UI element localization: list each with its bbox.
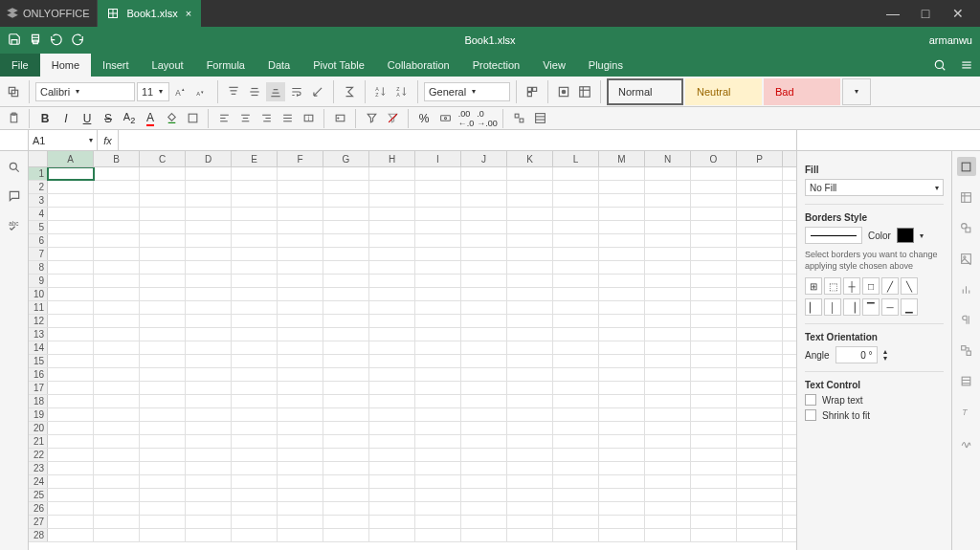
cell[interactable] [278,208,323,220]
align-bottom-icon[interactable] [266,82,285,101]
cell[interactable] [278,422,323,434]
cell[interactable] [691,529,737,541]
cell[interactable] [599,167,645,180]
cell[interactable] [737,408,783,421]
cell[interactable] [461,408,507,421]
cell[interactable] [278,248,323,260]
cell[interactable] [507,449,553,461]
cell[interactable] [461,315,507,327]
cell[interactable] [48,275,94,287]
cell[interactable] [140,516,186,528]
cell[interactable] [737,328,783,341]
cell[interactable] [645,181,691,193]
align-middle-icon[interactable] [245,82,264,101]
cell[interactable] [278,355,323,367]
cell[interactable] [415,328,461,341]
cell[interactable] [140,248,186,260]
cell[interactable] [140,167,186,180]
cell[interactable] [553,288,599,300]
cell[interactable] [553,408,599,421]
cell[interactable] [461,382,507,394]
cell[interactable] [737,275,783,287]
cell[interactable] [369,194,415,207]
cell[interactable] [507,234,553,247]
cell[interactable] [94,167,140,180]
cell[interactable] [186,275,232,287]
merge-cells-icon[interactable] [299,109,318,128]
cell-settings-icon[interactable] [957,157,976,176]
row-header[interactable]: 23 [29,462,48,474]
cell[interactable] [461,234,507,247]
border-right-icon[interactable]: ▕ [843,298,860,316]
cell[interactable] [645,408,691,421]
cell[interactable] [507,502,553,515]
row-header[interactable]: 3 [29,194,48,207]
cell[interactable] [737,502,783,515]
cell[interactable] [599,462,645,474]
angle-input[interactable]: 0 ° [835,346,878,363]
cell[interactable] [461,181,507,193]
cell[interactable] [553,516,599,528]
cell[interactable] [599,301,645,314]
cell[interactable] [186,261,232,274]
cell[interactable] [186,301,232,314]
font-size-select[interactable]: 11▾ [137,82,169,101]
comments-icon[interactable] [6,187,23,205]
cell[interactable] [415,516,461,528]
menu-pivot[interactable]: Pivot Table [301,54,376,77]
cell[interactable] [599,261,645,274]
col-header[interactable]: B [94,151,140,166]
cell[interactable] [691,208,737,220]
cell[interactable] [599,449,645,461]
cell[interactable] [48,502,94,515]
cell[interactable] [369,462,415,474]
cell[interactable] [48,395,94,407]
cell[interactable] [507,341,553,354]
border-none-icon[interactable]: ⬚ [824,277,841,295]
menu-plugins[interactable]: Plugins [577,54,635,77]
cell[interactable] [94,449,140,461]
cell[interactable] [232,288,278,300]
cell[interactable] [186,208,232,220]
close-tab-icon[interactable]: × [186,8,191,19]
table-settings-icon[interactable] [957,187,976,207]
cell[interactable] [599,355,645,367]
cell[interactable] [369,368,415,381]
cell[interactable] [599,368,645,381]
clear-filter-icon[interactable] [383,109,402,128]
cell[interactable] [461,208,507,220]
cell[interactable] [737,382,783,394]
cell[interactable] [507,221,553,233]
cell[interactable] [507,435,553,448]
col-header[interactable]: P [737,151,783,166]
named-ranges-icon[interactable] [330,109,349,128]
cell[interactable] [415,234,461,247]
cell[interactable] [369,234,415,247]
format-as-table-icon[interactable] [575,82,594,101]
cell[interactable] [94,315,140,327]
cell[interactable] [599,395,645,407]
cell[interactable] [553,208,599,220]
cell[interactable] [94,234,140,247]
cell[interactable] [94,261,140,274]
cell[interactable] [461,502,507,515]
cell[interactable] [415,275,461,287]
borders-icon[interactable] [183,109,202,128]
cell[interactable] [94,529,140,541]
cell[interactable] [323,315,369,327]
subscript-icon[interactable]: A2 [120,109,139,128]
menu-formula[interactable]: Formula [195,54,256,77]
cell[interactable] [645,489,691,501]
cell[interactable] [691,288,737,300]
fill-color-icon[interactable] [162,109,181,128]
cell[interactable] [415,489,461,501]
align-center-icon[interactable] [235,109,255,128]
cell[interactable] [645,261,691,274]
cell[interactable] [323,368,369,381]
cell[interactable] [369,382,415,394]
name-box[interactable]: A1▾ [29,130,98,150]
cell[interactable] [232,422,278,434]
cell[interactable] [140,422,186,434]
cell[interactable] [232,167,278,180]
cell[interactable] [507,261,553,274]
